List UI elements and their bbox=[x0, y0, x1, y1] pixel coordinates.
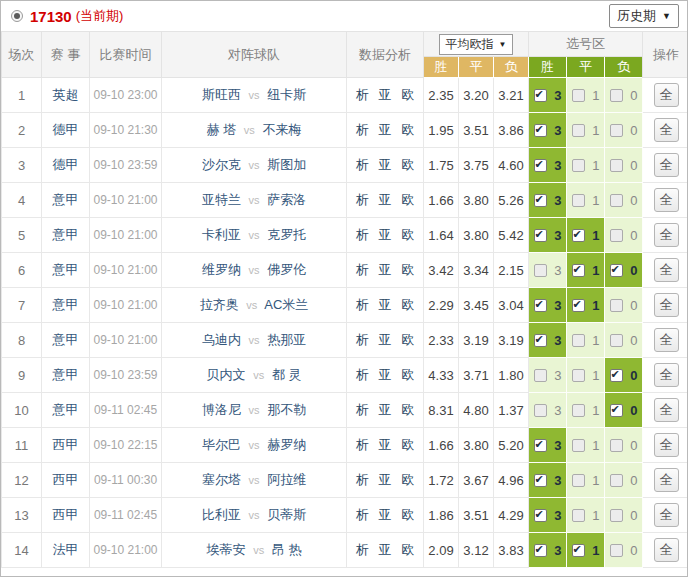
select-draw-cell[interactable]: 1 bbox=[567, 78, 605, 113]
select-draw-cell[interactable]: 1 bbox=[567, 463, 605, 498]
select-win-cell[interactable]: 3 bbox=[529, 288, 567, 323]
select-win-checkbox[interactable] bbox=[534, 334, 547, 347]
select-draw-cell[interactable]: 1 bbox=[567, 113, 605, 148]
select-lose-cell[interactable]: 0 bbox=[605, 358, 643, 393]
select-lose-cell[interactable]: 0 bbox=[605, 113, 643, 148]
select-all-button[interactable]: 全 bbox=[654, 503, 679, 527]
select-all-button[interactable]: 全 bbox=[654, 363, 679, 387]
select-win-checkbox[interactable] bbox=[534, 159, 547, 172]
select-lose-checkbox[interactable] bbox=[610, 474, 623, 487]
select-win-cell[interactable]: 3 bbox=[529, 428, 567, 463]
select-lose-checkbox[interactable] bbox=[610, 439, 623, 452]
select-win-cell[interactable]: 3 bbox=[529, 148, 567, 183]
select-draw-cell[interactable]: 1 bbox=[567, 253, 605, 288]
analysis-link-xi[interactable]: 析 bbox=[356, 157, 369, 172]
select-draw-checkbox[interactable] bbox=[572, 124, 585, 137]
select-all-button[interactable]: 全 bbox=[654, 328, 679, 352]
select-draw-cell[interactable]: 1 bbox=[567, 428, 605, 463]
analysis-link-ya[interactable]: 亚 bbox=[379, 192, 392, 207]
select-lose-cell[interactable]: 0 bbox=[605, 253, 643, 288]
select-draw-checkbox[interactable] bbox=[572, 509, 585, 522]
select-lose-cell[interactable]: 0 bbox=[605, 533, 643, 568]
select-all-button[interactable]: 全 bbox=[654, 433, 679, 457]
analysis-link-xi[interactable]: 析 bbox=[356, 437, 369, 452]
select-draw-checkbox[interactable] bbox=[572, 89, 585, 102]
select-win-cell[interactable]: 3 bbox=[529, 218, 567, 253]
select-all-button[interactable]: 全 bbox=[654, 153, 679, 177]
analysis-link-ya[interactable]: 亚 bbox=[379, 297, 392, 312]
select-win-cell[interactable]: 3 bbox=[529, 463, 567, 498]
analysis-link-ou[interactable]: 欧 bbox=[401, 367, 414, 382]
select-win-cell[interactable]: 3 bbox=[529, 183, 567, 218]
select-draw-checkbox[interactable] bbox=[572, 474, 585, 487]
analysis-link-ya[interactable]: 亚 bbox=[379, 332, 392, 347]
select-lose-cell[interactable]: 0 bbox=[605, 78, 643, 113]
select-lose-cell[interactable]: 0 bbox=[605, 463, 643, 498]
analysis-link-xi[interactable]: 析 bbox=[356, 367, 369, 382]
select-win-cell[interactable]: 3 bbox=[529, 393, 567, 428]
analysis-link-xi[interactable]: 析 bbox=[356, 122, 369, 137]
analysis-link-ya[interactable]: 亚 bbox=[379, 87, 392, 102]
analysis-link-ou[interactable]: 欧 bbox=[401, 472, 414, 487]
current-period-radio[interactable] bbox=[11, 10, 23, 22]
select-draw-cell[interactable]: 1 bbox=[567, 323, 605, 358]
select-win-checkbox[interactable] bbox=[534, 474, 547, 487]
select-win-cell[interactable]: 3 bbox=[529, 253, 567, 288]
analysis-link-ya[interactable]: 亚 bbox=[379, 122, 392, 137]
select-win-cell[interactable]: 3 bbox=[529, 113, 567, 148]
analysis-link-ou[interactable]: 欧 bbox=[401, 542, 414, 557]
analysis-link-ou[interactable]: 欧 bbox=[401, 297, 414, 312]
select-win-checkbox[interactable] bbox=[534, 369, 547, 382]
analysis-link-xi[interactable]: 析 bbox=[356, 297, 369, 312]
select-win-cell[interactable]: 3 bbox=[529, 498, 567, 533]
select-draw-cell[interactable]: 1 bbox=[567, 498, 605, 533]
analysis-link-xi[interactable]: 析 bbox=[356, 402, 369, 417]
analysis-link-ou[interactable]: 欧 bbox=[401, 437, 414, 452]
analysis-link-ou[interactable]: 欧 bbox=[401, 402, 414, 417]
select-draw-checkbox[interactable] bbox=[572, 264, 585, 277]
select-all-button[interactable]: 全 bbox=[654, 188, 679, 212]
select-lose-cell[interactable]: 0 bbox=[605, 288, 643, 323]
analysis-link-xi[interactable]: 析 bbox=[356, 542, 369, 557]
select-lose-checkbox[interactable] bbox=[610, 194, 623, 207]
select-draw-cell[interactable]: 1 bbox=[567, 393, 605, 428]
analysis-link-ou[interactable]: 欧 bbox=[401, 192, 414, 207]
select-draw-checkbox[interactable] bbox=[572, 159, 585, 172]
analysis-link-xi[interactable]: 析 bbox=[356, 262, 369, 277]
select-lose-cell[interactable]: 0 bbox=[605, 428, 643, 463]
analysis-link-ou[interactable]: 欧 bbox=[401, 262, 414, 277]
select-lose-checkbox[interactable] bbox=[610, 124, 623, 137]
select-win-cell[interactable]: 3 bbox=[529, 78, 567, 113]
select-all-button[interactable]: 全 bbox=[654, 118, 679, 142]
select-draw-checkbox[interactable] bbox=[572, 229, 585, 242]
select-win-checkbox[interactable] bbox=[534, 89, 547, 102]
analysis-link-ou[interactable]: 欧 bbox=[401, 157, 414, 172]
analysis-link-xi[interactable]: 析 bbox=[356, 507, 369, 522]
select-win-checkbox[interactable] bbox=[534, 124, 547, 137]
select-win-checkbox[interactable] bbox=[534, 404, 547, 417]
analysis-link-ya[interactable]: 亚 bbox=[379, 542, 392, 557]
select-lose-checkbox[interactable] bbox=[610, 89, 623, 102]
select-draw-checkbox[interactable] bbox=[572, 404, 585, 417]
analysis-link-ou[interactable]: 欧 bbox=[401, 227, 414, 242]
select-all-button[interactable]: 全 bbox=[654, 293, 679, 317]
select-win-checkbox[interactable] bbox=[534, 264, 547, 277]
analysis-link-ya[interactable]: 亚 bbox=[379, 227, 392, 242]
select-draw-cell[interactable]: 1 bbox=[567, 218, 605, 253]
analysis-link-ou[interactable]: 欧 bbox=[401, 87, 414, 102]
select-all-button[interactable]: 全 bbox=[654, 223, 679, 247]
select-win-checkbox[interactable] bbox=[534, 229, 547, 242]
select-draw-checkbox[interactable] bbox=[572, 334, 585, 347]
select-lose-checkbox[interactable] bbox=[610, 334, 623, 347]
select-draw-checkbox[interactable] bbox=[572, 439, 585, 452]
history-period-select[interactable]: 历史期 ▼ bbox=[609, 4, 679, 28]
select-all-button[interactable]: 全 bbox=[654, 468, 679, 492]
analysis-link-ou[interactable]: 欧 bbox=[401, 507, 414, 522]
analysis-link-xi[interactable]: 析 bbox=[356, 227, 369, 242]
odds-type-select[interactable]: 平均欧指 ▼ bbox=[439, 34, 514, 55]
analysis-link-xi[interactable]: 析 bbox=[356, 87, 369, 102]
select-lose-checkbox[interactable] bbox=[610, 404, 623, 417]
select-lose-checkbox[interactable] bbox=[610, 369, 623, 382]
select-draw-cell[interactable]: 1 bbox=[567, 358, 605, 393]
select-draw-checkbox[interactable] bbox=[572, 544, 585, 557]
